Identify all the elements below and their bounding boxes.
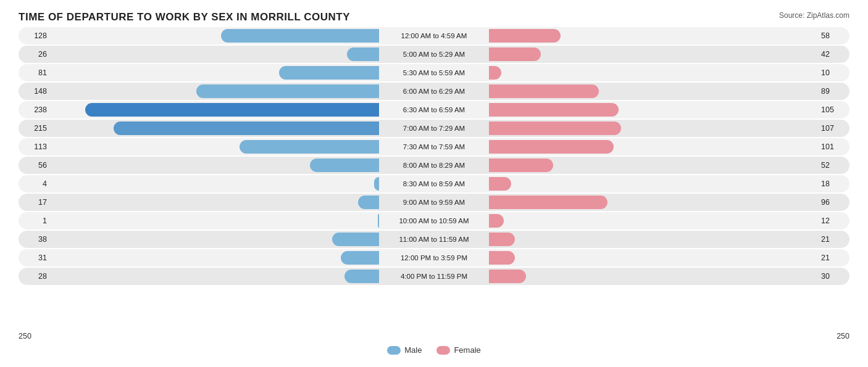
female-value: 96 bbox=[817, 198, 849, 207]
male-value: 81 bbox=[19, 68, 51, 77]
female-value: 12 bbox=[817, 216, 849, 225]
axis-right: 250 bbox=[837, 332, 849, 340]
female-value: 89 bbox=[817, 87, 849, 96]
female-value: 58 bbox=[817, 31, 849, 40]
female-value: 30 bbox=[817, 272, 849, 281]
table-row: 179:00 AM to 9:59 AM96 bbox=[19, 194, 849, 211]
legend-male: Male bbox=[387, 345, 422, 355]
male-value: 238 bbox=[19, 105, 51, 114]
legend-female-label: Female bbox=[454, 345, 480, 355]
legend: Male Female bbox=[19, 345, 849, 355]
time-label: 12:00 PM to 3:59 PM bbox=[382, 254, 486, 262]
male-value: 26 bbox=[19, 50, 51, 59]
table-row: 48:30 AM to 8:59 AM18 bbox=[19, 175, 849, 192]
female-bar bbox=[489, 47, 541, 61]
table-row: 110:00 AM to 10:59 AM12 bbox=[19, 212, 849, 229]
table-row: 2386:30 AM to 6:59 AM105 bbox=[19, 101, 849, 118]
table-row: 2157:00 AM to 7:29 AM107 bbox=[19, 120, 849, 137]
female-value: 18 bbox=[817, 179, 849, 188]
male-value: 38 bbox=[19, 235, 51, 244]
axis-left: 250 bbox=[19, 332, 31, 340]
time-label: 5:00 AM to 5:29 AM bbox=[382, 51, 486, 58]
female-bar bbox=[489, 196, 607, 209]
female-bar bbox=[489, 214, 504, 228]
female-bar bbox=[489, 85, 599, 98]
axis-row: 250 250 bbox=[19, 332, 849, 340]
female-bar bbox=[489, 66, 501, 80]
female-bar bbox=[489, 29, 561, 43]
male-bar bbox=[344, 270, 379, 283]
female-value: 21 bbox=[817, 235, 849, 244]
time-label: 11:00 AM to 11:59 AM bbox=[382, 236, 486, 243]
table-row: 3112:00 PM to 3:59 PM21 bbox=[19, 249, 849, 266]
table-row: 1137:30 AM to 7:59 AM101 bbox=[19, 138, 849, 155]
female-value: 10 bbox=[817, 68, 849, 77]
time-label: 4:00 PM to 11:59 PM bbox=[382, 273, 486, 280]
male-bar bbox=[196, 85, 379, 98]
time-label: 9:00 AM to 9:59 AM bbox=[382, 199, 486, 206]
time-label: 7:00 AM to 7:29 AM bbox=[382, 125, 486, 132]
chart-container: TIME OF DEPARTURE TO WORK BY SEX IN MORR… bbox=[0, 0, 868, 367]
female-bar bbox=[489, 177, 511, 191]
male-value: 148 bbox=[19, 87, 51, 96]
female-bar bbox=[489, 122, 621, 135]
female-bar bbox=[489, 270, 526, 283]
time-label: 12:00 AM to 4:59 AM bbox=[382, 32, 486, 39]
female-bar bbox=[489, 233, 515, 246]
time-label: 10:00 AM to 10:59 AM bbox=[382, 217, 486, 225]
source-text: Source: ZipAtlas.com bbox=[779, 11, 849, 20]
table-row: 815:30 AM to 5:59 AM10 bbox=[19, 64, 849, 81]
chart-title: TIME OF DEPARTURE TO WORK BY SEX IN MORR… bbox=[19, 11, 849, 23]
male-value: 113 bbox=[19, 142, 51, 151]
time-label: 6:00 AM to 6:29 AM bbox=[382, 88, 486, 95]
time-label: 8:30 AM to 8:59 AM bbox=[382, 180, 486, 188]
legend-male-label: Male bbox=[404, 345, 422, 355]
table-row: 284:00 PM to 11:59 PM30 bbox=[19, 268, 849, 285]
female-bar bbox=[489, 159, 553, 172]
table-row: 265:00 AM to 5:29 AM42 bbox=[19, 46, 849, 63]
table-row: 3811:00 AM to 11:59 AM21 bbox=[19, 231, 849, 248]
male-value: 31 bbox=[19, 254, 51, 262]
female-bar bbox=[489, 251, 515, 265]
male-bar bbox=[279, 66, 379, 80]
female-value: 42 bbox=[817, 50, 849, 59]
male-bar bbox=[347, 47, 379, 61]
female-bar bbox=[489, 103, 619, 117]
time-label: 5:30 AM to 5:59 AM bbox=[382, 69, 486, 76]
male-bar bbox=[378, 214, 379, 228]
male-bar bbox=[114, 122, 379, 135]
male-value: 28 bbox=[19, 272, 51, 281]
time-label: 8:00 AM to 8:29 AM bbox=[382, 162, 486, 169]
legend-female: Female bbox=[436, 345, 480, 355]
female-value: 52 bbox=[817, 161, 849, 170]
male-value: 215 bbox=[19, 124, 51, 133]
male-swatch bbox=[387, 346, 401, 355]
male-value: 1 bbox=[19, 216, 51, 225]
male-bar bbox=[358, 196, 379, 209]
table-row: 568:00 AM to 8:29 AM52 bbox=[19, 157, 849, 174]
male-bar bbox=[221, 29, 379, 43]
table-row: 12812:00 AM to 4:59 AM58 bbox=[19, 27, 849, 44]
male-bar bbox=[85, 103, 379, 117]
male-value: 4 bbox=[19, 179, 51, 188]
male-bar bbox=[374, 177, 379, 191]
table-row: 1486:00 AM to 6:29 AM89 bbox=[19, 83, 849, 100]
male-value: 17 bbox=[19, 198, 51, 207]
chart-area: 12812:00 AM to 4:59 AM58265:00 AM to 5:2… bbox=[19, 27, 849, 329]
male-bar bbox=[310, 159, 379, 172]
male-value: 128 bbox=[19, 31, 51, 40]
female-swatch bbox=[436, 346, 450, 355]
female-value: 101 bbox=[817, 142, 849, 151]
female-value: 21 bbox=[817, 254, 849, 262]
male-value: 56 bbox=[19, 161, 51, 170]
time-label: 6:30 AM to 6:59 AM bbox=[382, 106, 486, 113]
male-bar bbox=[341, 251, 379, 265]
time-label: 7:30 AM to 7:59 AM bbox=[382, 143, 486, 151]
female-bar bbox=[489, 140, 614, 154]
female-value: 107 bbox=[817, 124, 849, 133]
male-bar bbox=[240, 140, 379, 154]
female-value: 105 bbox=[817, 105, 849, 114]
male-bar bbox=[332, 233, 379, 246]
